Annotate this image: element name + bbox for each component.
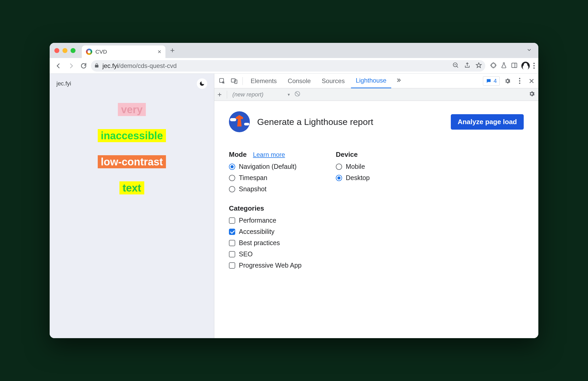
- clear-icon[interactable]: [294, 91, 301, 99]
- rendered-page: jec.fyi very inaccessible low-contrast t…: [50, 74, 214, 338]
- report-dropdown[interactable]: (new report) ▼: [232, 91, 290, 98]
- tab-strip: CVD × +: [50, 43, 538, 58]
- inspect-element-icon[interactable]: [217, 76, 227, 86]
- close-tab-button[interactable]: ×: [158, 48, 161, 55]
- lighthouse-toolbar: + (new report) ▼: [214, 88, 538, 101]
- analyze-button[interactable]: Analyze page load: [451, 114, 524, 130]
- radio-option[interactable]: Timespan: [229, 174, 297, 182]
- lighthouse-body: Generate a Lighthouse report Analyze pag…: [214, 101, 538, 338]
- checkbox-icon: [229, 217, 235, 224]
- new-report-button[interactable]: +: [217, 90, 222, 99]
- bookmark-star-icon[interactable]: [475, 62, 482, 70]
- radio-icon: [336, 175, 342, 181]
- device-toolbar-icon[interactable]: [229, 76, 239, 86]
- browser-menu-button[interactable]: [533, 63, 535, 69]
- profile-avatar[interactable]: [521, 62, 530, 70]
- toolbar-actions: [490, 62, 535, 70]
- back-button[interactable]: [53, 61, 64, 71]
- lighthouse-settings-icon[interactable]: [528, 90, 535, 99]
- browser-tab[interactable]: CVD ×: [82, 45, 165, 58]
- tab-sources[interactable]: Sources: [317, 74, 349, 88]
- radio-option[interactable]: Desktop: [336, 174, 370, 182]
- new-tab-button[interactable]: +: [170, 46, 175, 55]
- radio-icon: [229, 186, 235, 192]
- categories-label: Categories: [229, 204, 524, 212]
- checkbox-icon: [229, 262, 235, 269]
- lock-icon: [94, 63, 99, 69]
- share-icon[interactable]: [464, 62, 471, 70]
- tab-search-button[interactable]: [526, 47, 532, 54]
- radio-icon: [229, 164, 235, 170]
- issues-count: 4: [494, 78, 497, 84]
- issues-button[interactable]: 4: [483, 76, 500, 86]
- devtools-tabbar: Elements Console Sources Lighthouse 4: [214, 74, 538, 88]
- demo-word-2: low-contrast: [98, 155, 166, 168]
- demo-word-0: very: [118, 103, 146, 116]
- checkbox-icon: [229, 251, 235, 257]
- device-label: Device: [336, 151, 370, 159]
- devtools-close-button[interactable]: [527, 78, 536, 84]
- devtools-settings-icon[interactable]: [503, 78, 512, 84]
- demo-word-1: inaccessible: [98, 129, 166, 142]
- categories-section: Categories PerformanceAccessibilityBest …: [229, 204, 524, 269]
- svg-rect-1: [512, 63, 517, 67]
- checkbox-icon: [229, 229, 235, 235]
- browser-window: CVD × + jec.fyi/demo/cds-quest-cvd: [50, 43, 538, 338]
- mode-section: Mode Learn more Navigation (Default)Time…: [229, 151, 297, 193]
- checkbox-option[interactable]: SEO: [229, 250, 524, 258]
- checkbox-option[interactable]: Accessibility: [229, 228, 524, 235]
- radio-option[interactable]: Mobile: [336, 163, 370, 170]
- favicon-icon: [86, 49, 92, 55]
- devtools-panel: Elements Console Sources Lighthouse 4 +: [214, 74, 538, 338]
- checkbox-option[interactable]: Best practices: [229, 239, 524, 247]
- content-area: jec.fyi very inaccessible low-contrast t…: [50, 74, 538, 338]
- tab-console[interactable]: Console: [283, 74, 315, 88]
- browser-toolbar: jec.fyi/demo/cds-quest-cvd: [50, 58, 538, 74]
- window-controls: [54, 48, 76, 53]
- tab-title: CVD: [95, 49, 154, 55]
- extensions-icon[interactable]: [490, 62, 497, 70]
- learn-more-link[interactable]: Learn more: [253, 151, 285, 158]
- radio-option[interactable]: Navigation (Default): [229, 163, 297, 170]
- site-label: jec.fyi: [56, 80, 71, 87]
- forward-button[interactable]: [66, 61, 76, 71]
- close-window-button[interactable]: [54, 48, 59, 53]
- radio-icon: [229, 175, 235, 181]
- labs-icon[interactable]: [500, 62, 507, 70]
- reload-button[interactable]: [78, 61, 89, 71]
- checkbox-option[interactable]: Progressive Web App: [229, 262, 524, 269]
- more-tabs-button[interactable]: [393, 77, 404, 85]
- maximize-window-button[interactable]: [71, 48, 76, 53]
- devtools-menu-button[interactable]: [515, 78, 524, 84]
- demo-word-3: text: [119, 181, 144, 194]
- radio-option[interactable]: Snapshot: [229, 185, 297, 193]
- address-bar[interactable]: jec.fyi/demo/cds-quest-cvd: [91, 60, 485, 72]
- url-text: jec.fyi/demo/cds-quest-cvd: [102, 62, 177, 70]
- device-section: Device MobileDesktop: [336, 151, 370, 193]
- zoom-icon[interactable]: [452, 62, 459, 70]
- tab-elements[interactable]: Elements: [246, 74, 281, 88]
- minimize-window-button[interactable]: [62, 48, 67, 53]
- sidepanel-icon[interactable]: [511, 62, 518, 70]
- tab-lighthouse[interactable]: Lighthouse: [351, 74, 391, 88]
- lighthouse-logo-icon: [229, 111, 250, 132]
- theme-toggle-button[interactable]: [197, 78, 207, 89]
- radio-icon: [336, 164, 342, 170]
- mode-label: Mode: [229, 151, 247, 159]
- lighthouse-heading: Generate a Lighthouse report: [257, 117, 373, 127]
- checkbox-icon: [229, 240, 235, 246]
- dropdown-triangle-icon: ▼: [287, 93, 291, 97]
- checkbox-option[interactable]: Performance: [229, 217, 524, 224]
